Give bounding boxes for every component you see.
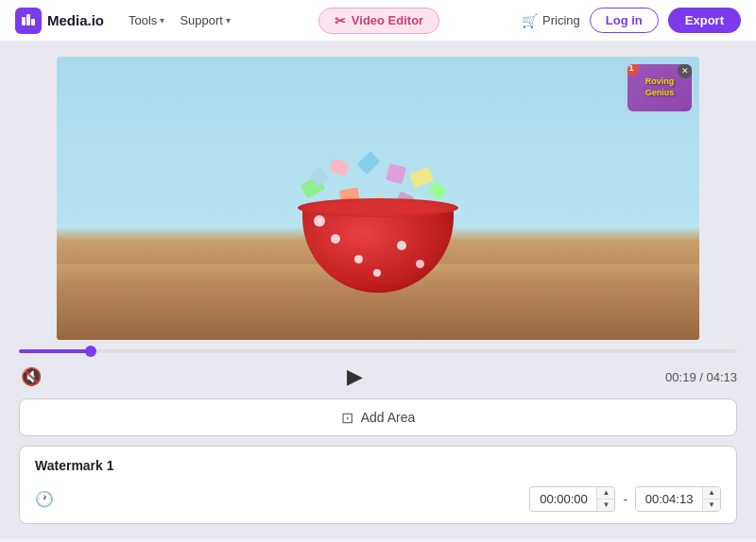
bowl [302,208,454,293]
support-menu[interactable]: Support ▾ [174,9,236,31]
clock-icon: 🕐 [35,490,54,508]
watermark-badge: 1 [627,64,639,76]
progress-area [19,349,737,353]
support-chevron-icon: ▾ [226,15,231,25]
mute-icon: 🔇 [21,367,42,386]
tools-menu[interactable]: Tools ▾ [123,9,170,31]
svg-rect-1 [26,14,30,25]
bowl-container [302,208,454,293]
start-time-down[interactable]: ▼ [597,500,614,511]
cart-icon: 🛒 [522,13,538,28]
mute-button[interactable]: 🔇 [19,364,43,389]
add-area-icon: ⊡ [341,409,353,427]
play-button[interactable]: ▶ [347,364,363,389]
time-display: 00:19 / 04:13 [665,370,737,384]
controls-row: 🔇 ▶ 00:19 / 04:13 [19,364,737,389]
app-header: Media.io Tools ▾ Support ▾ ✂ Video Edito… [0,0,756,42]
end-time-input[interactable]: 00:04:13 ▲ ▼ [635,486,721,512]
start-time-value: 00:00:00 [530,488,596,510]
start-time-input[interactable]: 00:00:00 ▲ ▼ [529,486,615,512]
add-area-button[interactable]: ⊡ Add Area [19,398,737,436]
svg-rect-2 [31,19,35,25]
logo-text: Media.io [47,12,104,28]
video-scene: 1 ✕ Roving Genius [57,57,699,340]
watermark-overlay-text: Roving Genius [645,76,675,98]
login-button[interactable]: Log in [590,8,659,33]
export-button[interactable]: Export [668,8,741,33]
time-separator: - [623,492,627,507]
pricing-link[interactable]: 🛒 Pricing [522,13,580,28]
progress-fill [19,349,91,353]
start-time-spinners: ▲ ▼ [596,487,614,511]
end-time-value: 00:04:13 [636,488,702,510]
video-watermark: 1 ✕ Roving Genius [627,64,692,111]
scissors-icon: ✂ [335,13,346,28]
logo-icon [15,8,42,34]
header-right: 🛒 Pricing Log in Export [522,8,741,33]
video-editor-button[interactable]: ✂ Video Editor [318,8,439,34]
end-time-spinners: ▲ ▼ [702,487,720,511]
progress-track[interactable] [19,349,737,353]
tools-chevron-icon: ▾ [160,15,164,25]
svg-rect-0 [22,17,26,25]
header-center: ✂ Video Editor [248,8,510,34]
time-fields: 00:00:00 ▲ ▼ - 00:04:13 ▲ ▼ [529,486,721,512]
start-time-up[interactable]: ▲ [597,487,614,500]
watermark-card-title: Watermark 1 [35,458,721,473]
bowl-top [298,198,458,217]
logo[interactable]: Media.io [15,8,104,34]
end-time-up[interactable]: ▲ [703,487,720,500]
main-content: 1 ✕ Roving Genius 🔇 ▶ 00:19 / 04:13 ⊡ Ad… [0,42,756,539]
watermark-card: Watermark 1 🕐 00:00:00 ▲ ▼ - 00:04:13 ▲ … [19,446,737,524]
end-time-down[interactable]: ▼ [703,500,720,511]
watermark-close-icon[interactable]: ✕ [678,64,692,78]
play-icon: ▶ [347,364,363,388]
video-player: 1 ✕ Roving Genius [57,57,699,340]
watermark-card-row: 🕐 00:00:00 ▲ ▼ - 00:04:13 ▲ ▼ [35,486,721,512]
progress-thumb[interactable] [85,346,96,357]
main-nav: Tools ▾ Support ▾ [123,9,236,31]
